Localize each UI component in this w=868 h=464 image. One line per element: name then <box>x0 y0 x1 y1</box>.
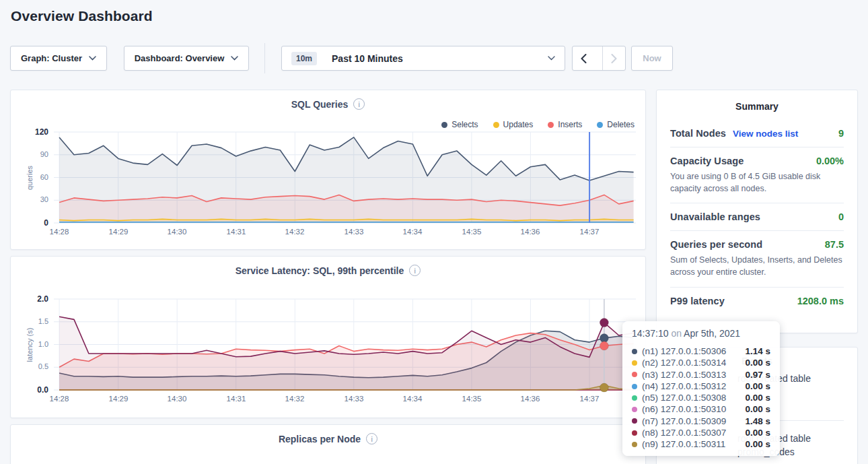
node-color-dot-icon <box>632 395 637 401</box>
chart-title: SQL Queries <box>291 99 349 110</box>
chevron-down-icon <box>548 56 555 61</box>
legend-dot-icon <box>441 122 447 128</box>
summary-row-unavailable-ranges: Unavailable ranges 0 <box>670 203 844 230</box>
info-icon[interactable]: i <box>366 433 377 444</box>
summary-label: P99 latency <box>670 296 725 306</box>
time-step-buttons <box>572 46 626 71</box>
time-range-badge: 10m <box>291 52 317 65</box>
y-axis-tick: 1.5 <box>20 317 48 325</box>
legend-item[interactable]: Deletes <box>597 120 635 129</box>
legend-item[interactable]: Inserts <box>548 120 582 129</box>
summary-value: 1208.0 ms <box>797 296 844 306</box>
y-axis-tick: 90 <box>20 150 48 158</box>
x-axis-tick: 14:37 <box>573 395 606 403</box>
sql-queries-chart[interactable]: 030609012014:2814:2914:3014:3114:3214:33… <box>11 90 645 249</box>
x-axis-tick: 14:36 <box>513 395 547 403</box>
chevron-down-icon <box>89 56 96 61</box>
chart-title: Replicas per Node <box>279 434 361 444</box>
x-axis-tick: 14:35 <box>455 395 489 403</box>
info-icon[interactable]: i <box>409 265 421 276</box>
node-color-dot-icon <box>632 430 637 436</box>
sql-queries-chart-panel: SQL Queries i SelectsUpdatesInsertsDelet… <box>10 90 646 250</box>
x-axis-tick: 14:32 <box>278 395 312 403</box>
divider <box>264 43 265 73</box>
time-next-button[interactable] <box>602 46 625 70</box>
summary-value: 0.00% <box>816 156 844 166</box>
node-color-dot-icon <box>632 442 637 447</box>
summary-description: You are using 0 B of 4.5 GiB usable disk… <box>670 170 844 195</box>
service-latency-chart[interactable]: 0.00.51.01.52.014:2814:2914:3014:3114:32… <box>11 257 645 418</box>
dashboard-dropdown[interactable]: Dashboard: Overview <box>124 46 249 71</box>
y-axis-tick: 0.0 <box>20 385 48 395</box>
y-axis-tick: 2.0 <box>20 294 48 304</box>
summary-label: Unavailable ranges <box>670 211 760 222</box>
summary-row-qps: Queries per second 87.5 Sum of Selects, … <box>670 230 844 286</box>
info-icon[interactable]: i <box>353 98 365 110</box>
summary-panel: Summary Total Nodes View nodes list 9 Ca… <box>656 90 858 333</box>
tooltip-node-row: (n7) 127.0.0.1:503091.48 s <box>632 416 770 427</box>
x-axis-tick: 14:30 <box>160 395 194 403</box>
chart-legend: SelectsUpdatesInsertsDeletes <box>441 120 635 129</box>
x-axis-tick: 14:33 <box>337 228 371 236</box>
graph-dropdown-label: Graph: Cluster <box>21 53 82 63</box>
tooltip-node-row: (n2) 127.0.0.1:503140.00 s <box>632 357 770 368</box>
chevron-right-icon <box>611 54 617 63</box>
time-range-label: Past 10 Minutes <box>332 53 403 64</box>
node-color-dot-icon <box>632 407 637 412</box>
y-axis-tick: 0 <box>20 218 48 228</box>
legend-item[interactable]: Updates <box>493 120 534 129</box>
now-button[interactable]: Now <box>631 46 673 71</box>
tooltip-node-row: (n5) 127.0.0.1:503080.00 s <box>632 392 770 403</box>
replicas-per-node-chart-panel: Replicas per Node i <box>10 424 646 464</box>
time-range-dropdown[interactable]: 10m Past 10 Minutes <box>281 46 565 71</box>
legend-dot-icon <box>597 122 603 128</box>
y-axis-tick: 60 <box>20 173 48 181</box>
y-axis-tick: 30 <box>20 195 48 203</box>
service-latency-chart-panel: Service Latency: SQL, 99th percentile i … <box>10 256 646 418</box>
graph-dropdown[interactable]: Graph: Cluster <box>10 46 107 71</box>
x-axis-tick: 14:30 <box>160 228 194 236</box>
summary-value: 87.5 <box>825 239 844 250</box>
legend-item[interactable]: Selects <box>441 120 478 129</box>
y-axis-tick: 120 <box>20 127 48 137</box>
x-axis-tick: 14:28 <box>42 395 76 403</box>
chevron-down-icon <box>231 56 238 61</box>
chart-hover-tooltip: 14:37:10 on Apr 5th, 2021 (n1) 127.0.0.1… <box>622 321 780 456</box>
x-axis-tick: 14:31 <box>219 395 253 403</box>
summary-row-p99-latency: P99 latency 1208.0 ms <box>670 287 844 314</box>
x-axis-tick: 14:28 <box>42 228 76 236</box>
x-axis-tick: 14:29 <box>102 395 135 403</box>
x-axis-tick: 14:31 <box>219 228 253 236</box>
x-axis-tick: 14:29 <box>102 228 135 236</box>
tooltip-node-row: (n8) 127.0.0.1:503070.00 s <box>632 427 770 438</box>
dashboard-dropdown-label: Dashboard: Overview <box>135 53 225 63</box>
summary-label: Total Nodes <box>670 128 726 139</box>
node-color-dot-icon <box>632 360 637 366</box>
summary-label: Queries per second <box>670 239 762 250</box>
x-axis-tick: 14:33 <box>337 395 371 403</box>
legend-dot-icon <box>548 122 554 128</box>
tooltip-node-row: (n9) 127.0.0.1:503110.00 s <box>632 438 770 450</box>
x-axis-tick: 14:32 <box>278 228 312 236</box>
legend-dot-icon <box>493 122 499 128</box>
node-color-dot-icon <box>632 372 637 377</box>
x-axis-tick: 14:35 <box>455 228 489 236</box>
tooltip-timestamp: 14:37:10 on Apr 5th, 2021 <box>632 328 770 339</box>
summary-description: Sum of Selects, Updates, Inserts, and De… <box>670 254 844 278</box>
view-nodes-list-link[interactable]: View nodes list <box>733 129 798 139</box>
summary-value: 9 <box>838 128 844 139</box>
page-title: Overview Dashboard <box>11 8 153 24</box>
chevron-left-icon <box>581 54 587 63</box>
y-axis-label: queries <box>26 165 34 189</box>
replicas-per-node-chart[interactable] <box>11 425 645 464</box>
time-prev-button[interactable] <box>573 46 595 70</box>
legend-label: Selects <box>451 120 478 129</box>
x-axis-tick: 14:34 <box>396 395 429 403</box>
tooltip-node-row: (n4) 127.0.0.1:503120.00 s <box>632 380 770 392</box>
y-axis-tick: 0.5 <box>20 362 48 370</box>
node-color-dot-icon <box>632 349 637 354</box>
summary-value: 0 <box>838 211 844 222</box>
chart-title: Service Latency: SQL, 99th percentile <box>236 265 404 276</box>
legend-label: Deletes <box>607 120 635 129</box>
node-color-dot-icon <box>632 418 637 424</box>
